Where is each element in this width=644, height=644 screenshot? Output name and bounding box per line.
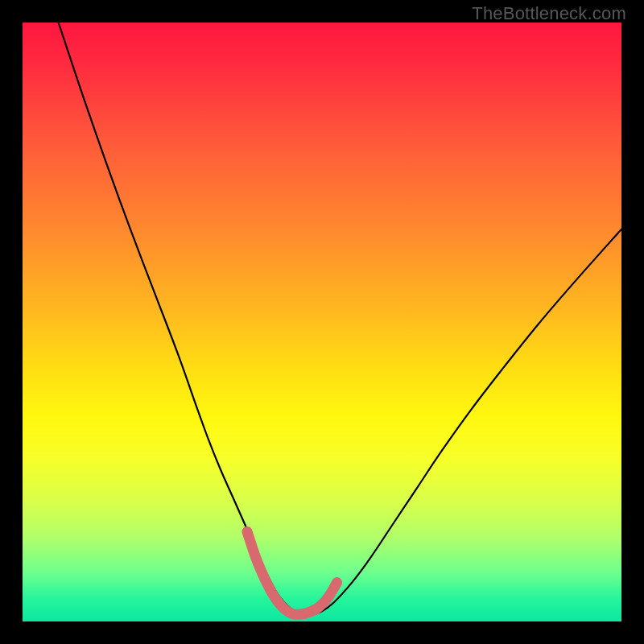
chart-frame: TheBottleneck.com [0,0,644,644]
chart-svg [23,23,621,621]
bottleneck-curve [59,23,621,615]
plot-area [23,23,621,621]
watermark-label: TheBottleneck.com [472,3,626,24]
optimal-band-highlight [247,531,337,614]
